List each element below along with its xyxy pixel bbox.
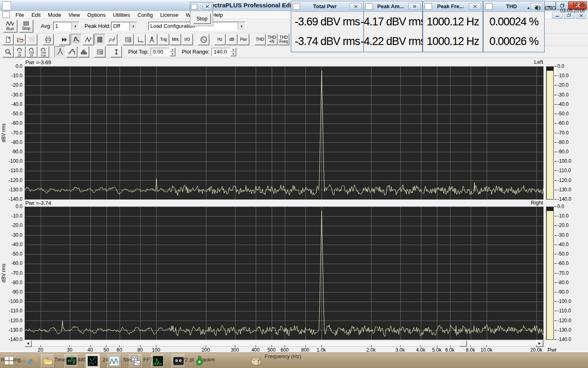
- view-spectrum-button[interactable]: [71, 34, 82, 45]
- close-icon[interactable]: [469, 3, 481, 10]
- dongle-icon: [194, 355, 205, 366]
- thd-freq-button[interactable]: THD Freq: [278, 34, 289, 45]
- thd-value-right: 0.00026 %: [483, 31, 544, 51]
- plot-range-spinner[interactable]: ▲▼: [230, 47, 236, 56]
- speaker-icon[interactable]: [535, 5, 541, 11]
- menu-options[interactable]: Options: [84, 12, 109, 18]
- stop-popup-window[interactable]: Stop: [190, 2, 213, 26]
- stop-button[interactable]: Stop: [19, 20, 33, 32]
- scrollbar-thumb[interactable]: [459, 341, 467, 346]
- mag-icon: [28, 47, 36, 51]
- avg-combobox[interactable]: 1 ▼: [53, 22, 79, 31]
- zoom-button[interactable]: [2, 46, 13, 57]
- meter-tick-label: -80.0: [557, 139, 568, 145]
- menu-file[interactable]: File: [12, 12, 28, 18]
- start-icon: [4, 355, 14, 366]
- io-device-button[interactable]: I/O: [182, 34, 193, 45]
- close-icon[interactable]: [350, 3, 362, 10]
- child-window-icon: [2, 11, 10, 18]
- vscale-icon: [113, 48, 120, 56]
- print-button[interactable]: [42, 34, 53, 45]
- y-tick-label: -60.0: [11, 120, 22, 126]
- app-audio-window[interactable]: [65, 354, 78, 368]
- chevron-down-icon[interactable]: ▼: [129, 22, 137, 30]
- chevron-down-icon[interactable]: ▼: [71, 22, 79, 30]
- peak-amplitude-window[interactable]: Peak Am... -4.17 dBV rms -4.22 dBV rms: [363, 1, 423, 52]
- app-spectrogram-window[interactable]: [86, 354, 100, 368]
- menu-view[interactable]: View: [65, 12, 84, 18]
- print-icon: [45, 36, 52, 43]
- units-hz-button[interactable]: Hz: [214, 34, 225, 45]
- signal-generator-button[interactable]: [198, 34, 209, 45]
- paint-icon: [251, 355, 262, 366]
- tray-expand-icon[interactable]: ▲: [527, 6, 530, 10]
- x-tick-label: 10.0k: [481, 347, 492, 353]
- app-wave-window[interactable]: [107, 354, 121, 368]
- y-tick-label: -110.0: [9, 168, 22, 173]
- app-dongle-window[interactable]: [193, 354, 206, 367]
- display-options-button[interactable]: [94, 46, 105, 57]
- app-fft-window[interactable]: [151, 354, 165, 368]
- zoom-out-full-button[interactable]: Out Full: [38, 46, 49, 57]
- zoom-in-2x-button[interactable]: In 2X: [14, 46, 25, 57]
- start-button[interactable]: [2, 354, 16, 367]
- new-file-button[interactable]: [2, 34, 13, 45]
- popup-stop-button[interactable]: Stop: [193, 13, 211, 24]
- measure-button[interactable]: [146, 34, 157, 45]
- explorer-window-button[interactable]: [41, 354, 55, 368]
- menu-utilities[interactable]: Utilities: [109, 12, 134, 18]
- thd-button[interactable]: THD: [254, 34, 265, 45]
- octave-mode-button[interactable]: [66, 46, 77, 57]
- markers-button[interactable]: Mrk: [170, 34, 181, 45]
- scaling-button[interactable]: [134, 34, 145, 45]
- total-power-window[interactable]: Total Pwr -3.69 dBV rms -3.74 dBV rms: [291, 1, 364, 52]
- menu-edit[interactable]: Edit: [28, 12, 44, 18]
- units-pwr-button[interactable]: Pwr: [238, 34, 249, 45]
- spectrum-plot-right[interactable]: [24, 206, 544, 340]
- view-waveform-button[interactable]: [82, 34, 94, 45]
- app-cassette-window[interactable]: [172, 354, 185, 368]
- waveform-icon: [293, 3, 300, 10]
- plot-range-input[interactable]: 140.0: [212, 48, 230, 56]
- peak-frequency-window[interactable]: Peak Fre... 1000.12 Hz 1000.12 Hz: [423, 1, 483, 52]
- app-scope-window[interactable]: [129, 354, 143, 368]
- autoscale-vertical-button[interactable]: [111, 46, 122, 57]
- x-tick-label: 20: [38, 347, 43, 353]
- plot-top-input[interactable]: 0.00: [151, 48, 169, 56]
- open-file-button[interactable]: [14, 34, 25, 45]
- plot-top-spinner[interactable]: ▲▼: [169, 47, 175, 56]
- run-continuous-button[interactable]: [59, 34, 70, 45]
- trigger-button[interactable]: Trig: [158, 34, 169, 45]
- scroll-left-button[interactable]: ◀: [24, 340, 31, 347]
- ie-icon[interactable]: e: [25, 354, 38, 367]
- run-button[interactable]: Run: [3, 20, 17, 32]
- zoom-out-2x-button[interactable]: Out 2X: [26, 46, 37, 57]
- bar-mode-button[interactable]: [78, 46, 89, 57]
- close-icon[interactable]: [408, 3, 421, 10]
- scroll-right-button[interactable]: ▶: [536, 340, 543, 347]
- menu-mode[interactable]: Mode: [44, 12, 65, 18]
- spectrum-plot-left[interactable]: [24, 66, 544, 200]
- meter-tick-label: -100.0: [557, 298, 571, 304]
- paint-icon[interactable]: [250, 354, 263, 367]
- save-file-button[interactable]: [26, 34, 37, 45]
- meter-axis-label: Pwr: [548, 347, 557, 353]
- options-dialog-button[interactable]: [122, 34, 134, 45]
- thd-n-button[interactable]: THD +N: [266, 34, 277, 45]
- clock[interactable]: 16:35 03.05.2016: [560, 2, 585, 14]
- total-power-title: Total Pwr: [300, 3, 350, 9]
- menu-config[interactable]: Config: [134, 12, 157, 18]
- avg-label: Avg:: [41, 23, 51, 29]
- x-axis-label: Frequency (Hz): [265, 353, 301, 359]
- language-indicator[interactable]: ENG: [545, 5, 556, 11]
- peak-hold-combobox[interactable]: Off ▼: [111, 22, 137, 31]
- view-spectrogram-button[interactable]: [94, 34, 105, 45]
- chevron-down-icon[interactable]: ▼: [238, 22, 245, 30]
- x-tick-label: 8.0k: [466, 347, 475, 353]
- menu-license[interactable]: License: [156, 12, 182, 18]
- x-tick-label: 6.0k: [445, 347, 454, 353]
- close-icon[interactable]: [202, 4, 212, 10]
- narrowband-mode-button[interactable]: [54, 46, 65, 57]
- view-surface-button[interactable]: [106, 34, 117, 45]
- units-db-button[interactable]: dB: [226, 34, 237, 45]
